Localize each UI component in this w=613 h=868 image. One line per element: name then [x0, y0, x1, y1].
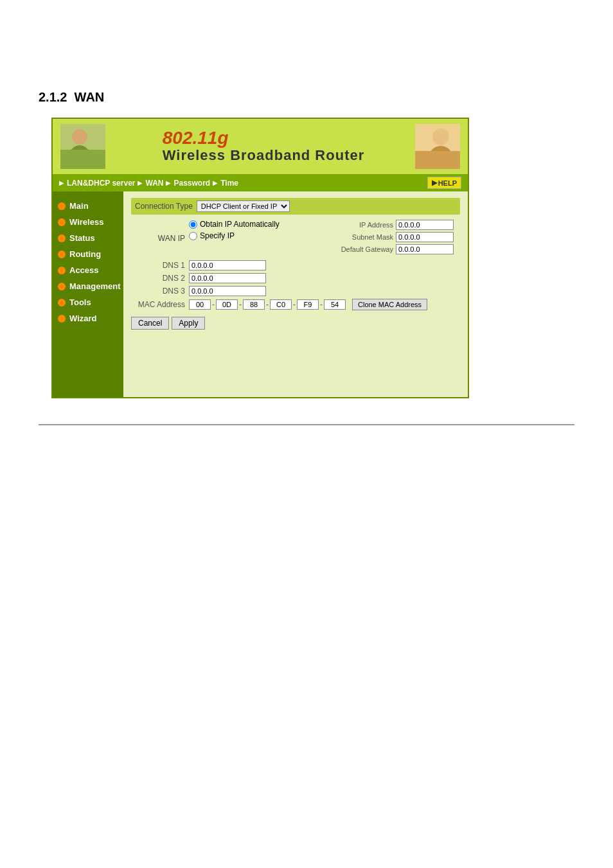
sidebar-label-routing: Routing: [69, 249, 101, 259]
action-buttons-row: Cancel Apply: [131, 317, 460, 330]
ip-address-label: IP Address: [332, 221, 396, 229]
router-content: Main Wireless Status Routing Access: [53, 191, 468, 397]
svg-point-1: [72, 129, 87, 145]
sidebar-label-main: Main: [69, 201, 89, 211]
connection-type-label: Connection Type: [135, 202, 193, 211]
mac-oct6-input[interactable]: [324, 299, 346, 310]
obtain-ip-label: Obtain IP Automatically: [200, 220, 280, 229]
mac-address-label: MAC Address: [131, 300, 189, 309]
sidebar-label-access: Access: [69, 265, 99, 275]
dns1-input[interactable]: [189, 260, 266, 270]
help-icon: ▶: [432, 179, 437, 187]
sidebar-dot-main: [58, 202, 66, 210]
sidebar-dot-wireless: [58, 218, 66, 226]
specify-ip-radio[interactable]: [189, 232, 197, 240]
sidebar-item-management[interactable]: Management: [53, 278, 123, 294]
sidebar-label-wizard: Wizard: [69, 314, 97, 323]
mac-sep-4: -: [293, 300, 296, 309]
header-photo-right: [415, 124, 460, 169]
nav-item-time[interactable]: Time: [220, 179, 238, 188]
mac-sep-2: -: [239, 300, 242, 309]
mac-oct5-input[interactable]: [297, 299, 319, 310]
dns1-row: DNS 1: [131, 260, 460, 270]
sidebar-label-wireless: Wireless: [69, 217, 103, 227]
specify-ip-label: Specify IP: [200, 231, 235, 240]
nav-arrow-1: ▶: [59, 179, 64, 186]
subnet-mask-label: Subnet Mask: [332, 233, 396, 241]
default-gateway-label: Default Gateway: [332, 245, 396, 253]
connection-type-row: Connection Type DHCP Client or Fixed IP …: [131, 198, 460, 215]
mac-address-row: MAC Address - - - - - Clone MAC Address: [131, 299, 460, 310]
sidebar-item-access[interactable]: Access: [53, 262, 123, 278]
default-gateway-row: Default Gateway: [332, 244, 460, 254]
mac-sep-3: -: [266, 300, 269, 309]
router-ui-box: 802.11g Wireless Broadband Router ▶ LAN&…: [51, 118, 469, 398]
dns2-label: DNS 2: [131, 274, 189, 283]
dns3-label: DNS 3: [131, 287, 189, 296]
sidebar-label-tools: Tools: [69, 297, 91, 307]
sidebar-item-routing[interactable]: Routing: [53, 246, 123, 262]
mac-oct4-input[interactable]: [270, 299, 292, 310]
dns2-row: DNS 2: [131, 273, 460, 283]
subnet-mask-row: Subnet Mask: [332, 232, 460, 242]
sidebar-item-status[interactable]: Status: [53, 230, 123, 246]
sidebar-item-main[interactable]: Main: [53, 198, 123, 214]
svg-rect-7: [415, 151, 460, 169]
clone-mac-button[interactable]: Clone MAC Address: [352, 299, 427, 310]
dns2-input[interactable]: [189, 273, 266, 283]
section-heading: 2.1.2 WAN: [39, 90, 574, 105]
bottom-divider: [39, 424, 574, 425]
sidebar-dot-status: [58, 235, 66, 242]
form-area: Connection Type DHCP Client or Fixed IP …: [123, 191, 468, 397]
router-header: 802.11g Wireless Broadband Router: [53, 119, 468, 174]
ip-address-row: IP Address: [332, 220, 460, 230]
mac-sep-1: -: [212, 300, 215, 309]
default-gateway-input[interactable]: [396, 244, 454, 254]
logo-brand: 802.11g: [163, 129, 365, 147]
wan-ip-section: WAN IP Obtain IP Automatically Specify I…: [131, 220, 460, 256]
sidebar-item-wizard[interactable]: Wizard: [53, 310, 123, 326]
nav-item-wan[interactable]: WAN: [145, 179, 163, 188]
nav-arrow-3: ▶: [166, 179, 171, 186]
ip-address-input[interactable]: [396, 220, 454, 230]
dns1-label: DNS 1: [131, 261, 189, 270]
mac-oct1-input[interactable]: [189, 299, 211, 310]
wan-options-col: Obtain IP Automatically Specify IP: [189, 220, 332, 256]
svg-point-5: [432, 128, 449, 145]
sidebar-dot-routing: [58, 251, 66, 258]
router-logo: 802.11g Wireless Broadband Router: [163, 129, 365, 164]
obtain-ip-radio[interactable]: [189, 220, 197, 229]
specify-ip-row: Specify IP: [189, 231, 332, 240]
svg-rect-3: [60, 150, 105, 169]
nav-arrow-4: ▶: [213, 179, 218, 186]
mac-oct2-input[interactable]: [216, 299, 238, 310]
subnet-mask-input[interactable]: [396, 232, 454, 242]
sidebar-label-management: Management: [69, 281, 120, 291]
header-photo-left: [60, 124, 105, 169]
sidebar-item-tools[interactable]: Tools: [53, 294, 123, 310]
cancel-button[interactable]: Cancel: [131, 317, 169, 330]
sidebar-dot-tools: [58, 299, 66, 306]
sidebar-label-status: Status: [69, 233, 95, 243]
mac-fields: - - - - - Clone MAC Address: [189, 299, 427, 310]
wan-right-col: IP Address Subnet Mask Default Gateway: [332, 220, 460, 256]
nav-items: ▶ LAN&DHCP server ▶ WAN ▶ Password ▶ Tim…: [59, 179, 238, 188]
nav-item-password[interactable]: Password: [173, 179, 210, 188]
sidebar-dot-wizard: [58, 315, 66, 323]
apply-button[interactable]: Apply: [172, 317, 205, 330]
mac-oct3-input[interactable]: [243, 299, 265, 310]
dns3-input[interactable]: [189, 286, 266, 296]
obtain-ip-row: Obtain IP Automatically: [189, 220, 332, 229]
nav-bar: ▶ LAN&DHCP server ▶ WAN ▶ Password ▶ Tim…: [53, 174, 468, 191]
sidebar-dot-management: [58, 283, 66, 290]
sidebar-item-wireless[interactable]: Wireless: [53, 214, 123, 230]
sidebar-dot-access: [58, 267, 66, 274]
logo-model: Wireless Broadband Router: [163, 147, 365, 164]
nav-arrow-2: ▶: [138, 179, 143, 186]
sidebar: Main Wireless Status Routing Access: [53, 191, 123, 397]
connection-type-select[interactable]: DHCP Client or Fixed IP PPPoE PPTP Stati…: [197, 200, 290, 212]
nav-item-lan[interactable]: LAN&DHCP server: [67, 179, 135, 188]
help-button[interactable]: ▶ HELP: [427, 177, 461, 189]
wan-ip-label: WAN IP: [131, 220, 189, 256]
dns3-row: DNS 3: [131, 286, 460, 296]
